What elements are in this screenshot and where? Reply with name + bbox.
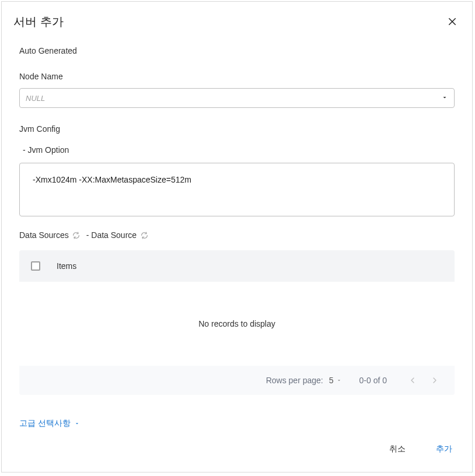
rows-per-page: Rows per page: 5 (266, 376, 342, 385)
chevron-down-icon (336, 377, 342, 383)
next-page-button[interactable] (427, 372, 443, 388)
chevron-right-icon (430, 376, 439, 385)
pagination-range: 0-0 of 0 (359, 376, 387, 385)
table-pagination: Rows per page: 5 0-0 of 0 (19, 366, 455, 395)
rows-per-page-select[interactable]: 5 (329, 376, 342, 385)
dialog-footer: 취소 추가 (2, 440, 472, 472)
table-empty: No records to display (19, 282, 455, 366)
jvm-config-label: Jvm Config (19, 124, 455, 134)
data-sources-label: Data Sources (19, 230, 81, 240)
refresh-icon[interactable] (72, 231, 81, 239)
submit-button[interactable]: 추가 (434, 440, 455, 458)
close-icon[interactable] (444, 13, 460, 30)
jvm-option-input[interactable]: -Xmx1024m -XX:MaxMetaspaceSize=512m (19, 163, 455, 216)
table-header: Items (19, 250, 455, 282)
node-name-placeholder: NULL (26, 94, 441, 103)
auto-generated-label: Auto Generated (19, 46, 455, 55)
dialog-title: 서버 추가 (13, 14, 64, 30)
prev-page-button[interactable] (404, 372, 421, 388)
refresh-icon[interactable] (140, 231, 148, 239)
node-name-select[interactable]: NULL (19, 88, 455, 108)
select-all-checkbox[interactable] (31, 261, 40, 271)
data-source-label: - Data Source (83, 230, 148, 240)
column-items: Items (57, 261, 76, 271)
dialog-header: 서버 추가 (2, 2, 472, 30)
add-server-dialog: 서버 추가 Auto Generated Node Name NULL Jvm … (1, 1, 473, 473)
chevron-down-icon (441, 93, 448, 103)
data-source-table: Items No records to display Rows per pag… (19, 250, 455, 395)
dialog-body: Auto Generated Node Name NULL Jvm Config… (2, 30, 472, 440)
advanced-options-toggle[interactable]: 고급 선택사항 (19, 418, 80, 429)
jvm-option-label: - Jvm Option (19, 145, 455, 155)
node-name-label: Node Name (19, 72, 455, 81)
jvm-option-value: -Xmx1024m -XX:MaxMetaspaceSize=512m (33, 175, 191, 184)
chevron-left-icon (408, 376, 417, 385)
chevron-down-icon (74, 419, 80, 428)
cancel-button[interactable]: 취소 (387, 440, 408, 458)
rows-per-page-label: Rows per page: (266, 376, 323, 385)
